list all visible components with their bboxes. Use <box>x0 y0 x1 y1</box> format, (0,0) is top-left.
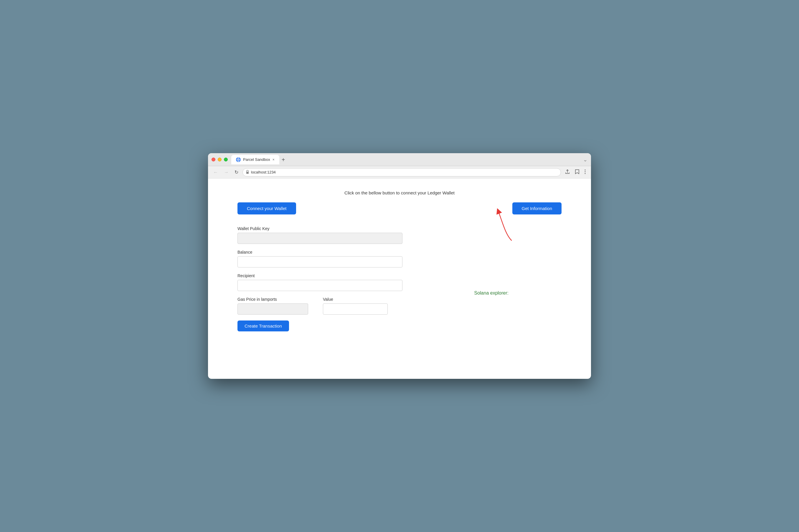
browser-window: Parcel Sandbox × + ⌄ ← → ↻ localhost:123… <box>208 153 591 379</box>
value-input[interactable] <box>323 303 388 315</box>
new-tab-button[interactable]: + <box>282 157 285 163</box>
address-bar[interactable]: localhost:1234 <box>243 168 561 176</box>
value-group: Value <box>323 297 402 315</box>
gas-price-group: Gas Price in lamports <box>237 297 317 315</box>
bookmark-button[interactable] <box>573 168 581 176</box>
get-information-button[interactable]: Get Information <box>512 202 562 214</box>
wallet-public-key-input[interactable] <box>237 233 402 244</box>
traffic-lights <box>211 157 228 162</box>
gas-price-label: Gas Price in lamports <box>237 297 317 302</box>
svg-point-7 <box>585 173 586 174</box>
form-section: Wallet Public Key Balance Recipient Gas … <box>237 226 402 331</box>
balance-label: Balance <box>237 250 402 254</box>
balance-group: Balance <box>237 250 402 267</box>
tab-bar: Parcel Sandbox × + <box>231 155 583 164</box>
gas-value-row: Gas Price in lamports Value <box>237 297 402 315</box>
tab-title: Parcel Sandbox <box>243 157 270 162</box>
title-bar: Parcel Sandbox × + ⌄ <box>208 153 591 166</box>
forward-button[interactable]: → <box>222 169 230 176</box>
nav-icons-right <box>563 168 588 176</box>
solana-explorer-label: Solana explorer: <box>474 290 509 296</box>
lock-icon <box>246 170 249 175</box>
maximize-traffic-light[interactable] <box>224 157 228 162</box>
create-transaction-button[interactable]: Create Transaction <box>237 321 289 331</box>
window-chevron: ⌄ <box>583 156 588 163</box>
top-buttons: Connect your Wallet Get Information <box>237 202 562 214</box>
instruction-text: Click on the bellow button to connect yo… <box>237 190 562 195</box>
reload-button[interactable]: ↻ <box>233 168 240 176</box>
more-button[interactable] <box>583 168 588 176</box>
nav-bar: ← → ↻ localhost:1234 <box>208 166 591 178</box>
page-content: Click on the bellow button to connect yo… <box>208 178 591 379</box>
address-text: localhost:1234 <box>251 170 276 174</box>
tab-favicon-icon <box>236 157 241 162</box>
tab-close-button[interactable]: × <box>272 157 274 162</box>
svg-rect-4 <box>246 172 249 174</box>
active-tab[interactable]: Parcel Sandbox × <box>231 155 279 164</box>
wallet-public-key-group: Wallet Public Key <box>237 226 402 244</box>
gas-price-input[interactable] <box>237 303 308 315</box>
recipient-input[interactable] <box>237 280 402 291</box>
balance-input[interactable] <box>237 256 402 267</box>
recipient-label: Recipient <box>237 273 402 278</box>
svg-point-6 <box>585 171 586 172</box>
svg-point-5 <box>585 169 586 170</box>
minimize-traffic-light[interactable] <box>218 157 222 162</box>
value-label: Value <box>323 297 402 302</box>
connect-wallet-button[interactable]: Connect your Wallet <box>237 202 296 214</box>
recipient-group: Recipient <box>237 273 402 291</box>
wallet-public-key-label: Wallet Public Key <box>237 226 402 231</box>
back-button[interactable]: ← <box>211 169 220 176</box>
share-button[interactable] <box>563 168 572 176</box>
close-traffic-light[interactable] <box>211 157 215 162</box>
